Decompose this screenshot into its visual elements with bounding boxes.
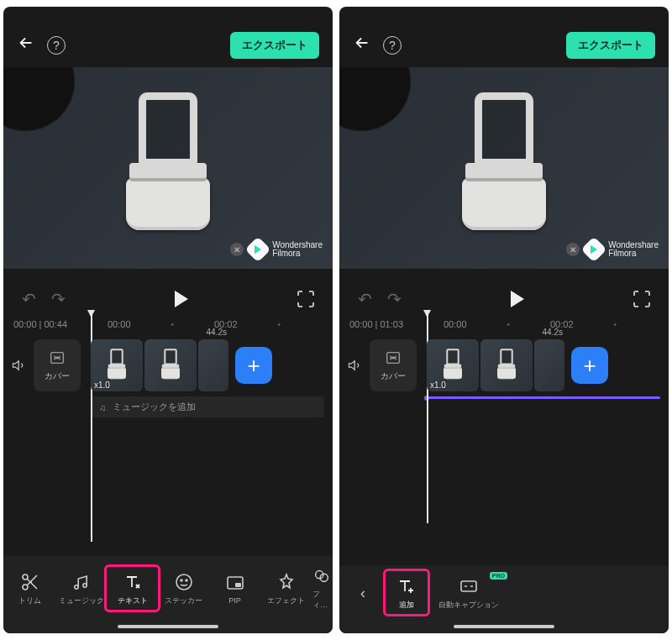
export-button[interactable]: エクスポート — [566, 32, 655, 59]
back-arrow-icon[interactable] — [353, 34, 371, 57]
text-icon — [123, 572, 143, 592]
timecode-row: 00:00 | 01:03 00:00 • 00:02 • — [339, 314, 669, 329]
tool-pip[interactable]: PIP — [210, 570, 260, 607]
clip-duration: 44.2s — [543, 328, 563, 337]
bottom-toolbar: トリム ミュージック テキスト ステッカー PIP エフェクト — [3, 556, 333, 633]
top-bar: ? エクスポート — [339, 7, 669, 67]
undo-icon[interactable]: ↶ — [22, 289, 36, 309]
pip-icon — [225, 573, 245, 593]
svg-point-7 — [186, 580, 187, 581]
video-clip[interactable] — [480, 339, 533, 391]
tool-text[interactable]: テキスト — [108, 569, 157, 609]
music-note-icon: ♫ — [99, 402, 106, 412]
svg-rect-0 — [51, 353, 64, 364]
top-bar: ? エクスポート — [3, 7, 333, 67]
back-chevron-icon[interactable]: ‹ — [348, 585, 378, 602]
pro-badge: PRO — [490, 572, 507, 580]
svg-point-2 — [23, 585, 28, 590]
timeline[interactable]: カバー x1.0 44.2s + — [339, 339, 669, 406]
text-add-icon — [396, 576, 417, 596]
video-clip[interactable]: x1.0 — [427, 339, 479, 391]
video-preview[interactable]: ✕ Wondershare Filmora — [3, 67, 333, 269]
add-clip-button[interactable]: + — [571, 347, 608, 384]
close-watermark-icon[interactable]: ✕ — [230, 243, 244, 256]
timeline[interactable]: カバー x1.0 44.2s + — [3, 339, 333, 424]
filmora-logo-icon — [581, 236, 607, 262]
cover-button[interactable]: カバー — [370, 339, 417, 391]
video-clip[interactable] — [144, 339, 197, 391]
help-icon[interactable]: ? — [47, 36, 66, 55]
svg-rect-12 — [387, 353, 400, 364]
clip-lane[interactable]: x1.0 44.2s + ♫ ミュージックを追加 — [91, 339, 324, 417]
audio-mute-icon[interactable] — [12, 339, 27, 376]
svg-rect-9 — [235, 583, 241, 587]
svg-point-1 — [23, 574, 28, 580]
cover-label: カバー — [381, 370, 406, 382]
editor-screen-left: ? エクスポート ✕ Wondershare Filmora — [3, 7, 333, 633]
watermark-product: Filmora — [608, 249, 659, 259]
export-button[interactable]: エクスポート — [230, 32, 319, 59]
cover-button[interactable]: カバー — [34, 339, 81, 391]
sticker-icon — [174, 572, 194, 592]
fullscreen-icon[interactable] — [297, 291, 314, 307]
audio-mute-icon[interactable] — [348, 339, 363, 376]
tool-add-text[interactable]: 追加 — [383, 574, 430, 613]
help-icon[interactable]: ? — [383, 36, 402, 55]
tool-effect[interactable]: エフェクト — [261, 569, 311, 609]
tool-auto-caption[interactable]: PRO 自動キャプション — [435, 574, 502, 613]
redo-icon[interactable]: ↷ — [387, 289, 402, 309]
tool-trim[interactable]: トリム — [5, 569, 55, 609]
watermark: ✕ Wondershare Filmora — [230, 240, 323, 259]
bottom-toolbar: ‹ 追加 PRO 自動キャプション — [339, 565, 669, 633]
home-indicator — [454, 625, 554, 628]
text-track-line[interactable] — [427, 396, 660, 399]
effect-icon — [276, 572, 297, 592]
svg-point-5 — [176, 574, 192, 590]
current-time: 00:00 | 00:44 — [13, 319, 89, 329]
preview-subject — [126, 92, 210, 244]
clip-lane[interactable]: x1.0 44.2s + — [427, 339, 660, 399]
tool-filter[interactable]: フィ… — [312, 564, 331, 613]
redo-icon[interactable]: ↷ — [51, 289, 66, 309]
undo-icon[interactable]: ↶ — [358, 289, 372, 309]
video-preview[interactable]: ✕ Wondershare Filmora — [339, 67, 669, 269]
home-indicator — [118, 625, 218, 628]
add-clip-button[interactable]: + — [235, 347, 272, 384]
video-clip[interactable]: x1.0 — [91, 339, 143, 391]
back-arrow-icon[interactable] — [17, 34, 35, 57]
music-icon — [71, 572, 92, 592]
current-time: 00:00 | 01:03 — [349, 319, 425, 329]
add-music-label: ミュージックを追加 — [113, 401, 196, 413]
filter-icon — [312, 567, 331, 585]
preview-subject — [462, 92, 546, 244]
cover-label: カバー — [45, 370, 70, 382]
video-clip[interactable]: 44.2s — [534, 339, 564, 391]
watermark-product: Filmora — [272, 249, 323, 259]
video-clip[interactable]: 44.2s — [198, 339, 228, 391]
tool-sticker[interactable]: ステッカー — [159, 569, 208, 609]
svg-rect-13 — [461, 581, 476, 591]
play-icon[interactable] — [175, 291, 188, 307]
add-music-track[interactable]: ♫ ミュージックを追加 — [91, 396, 324, 417]
fullscreen-icon[interactable] — [633, 291, 650, 307]
clip-duration: 44.2s — [207, 328, 227, 337]
timecode-row: 00:00 | 00:44 00:00 • 00:02 • — [3, 314, 333, 329]
scissors-icon — [20, 572, 40, 592]
playback-controls: ↶ ↷ — [339, 269, 669, 314]
playback-controls: ↶ ↷ — [3, 269, 333, 314]
close-watermark-icon[interactable]: ✕ — [566, 243, 580, 256]
editor-screen-right: ? エクスポート ✕ Wondershare Filmora — [339, 7, 669, 633]
svg-point-6 — [181, 580, 182, 581]
filmora-logo-icon — [245, 236, 271, 262]
caption-icon — [459, 576, 479, 596]
tool-music[interactable]: ミュージック — [56, 569, 106, 609]
watermark: ✕ Wondershare Filmora — [566, 240, 659, 259]
play-icon[interactable] — [511, 291, 524, 307]
